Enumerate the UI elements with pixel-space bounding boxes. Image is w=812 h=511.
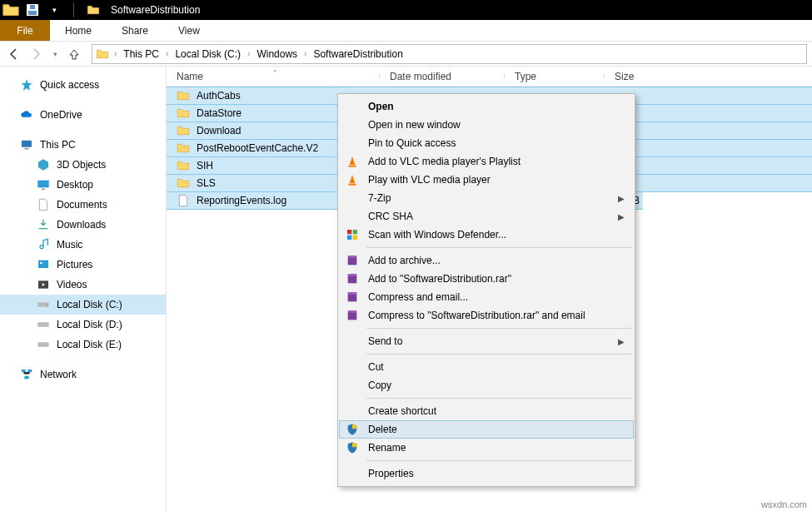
drive-icon — [37, 298, 50, 311]
star-icon — [20, 78, 33, 92]
download-icon — [37, 218, 50, 231]
svg-rect-30 — [348, 310, 357, 313]
svg-rect-1 — [28, 11, 37, 15]
sidebar-pictures[interactable]: Pictures — [0, 255, 166, 275]
sidebar-label: Music — [57, 239, 82, 251]
folder-icon — [177, 159, 190, 172]
ctx-open[interactable]: Open — [340, 97, 633, 116]
svg-rect-19 — [347, 230, 351, 234]
folder-icon — [177, 89, 190, 102]
sidebar-label: Documents — [57, 199, 107, 211]
ctx-create-shortcut[interactable]: Create shortcut — [340, 402, 633, 420]
folder-icon — [177, 176, 190, 190]
ctx-send-to[interactable]: Send to▶ — [340, 332, 633, 350]
ctx-pin-quick-access[interactable]: Pin to Quick access — [340, 134, 633, 152]
sidebar-3d-objects[interactable]: 3D Objects — [0, 155, 166, 175]
column-date[interactable]: Date modified — [380, 71, 505, 82]
svg-rect-18 — [348, 184, 356, 186]
ctx-copy[interactable]: Copy — [340, 376, 633, 394]
svg-rect-4 — [24, 148, 28, 149]
file-tab[interactable]: File — [0, 20, 50, 41]
sidebar-local-disk-e[interactable]: Local Disk (E:) — [0, 335, 166, 355]
svg-point-8 — [40, 262, 42, 265]
winrar-icon — [345, 271, 360, 286]
dropdown-icon[interactable]: ▾ — [43, 0, 65, 20]
network-icon — [20, 368, 33, 381]
view-tab[interactable]: View — [163, 20, 215, 41]
ctx-compress-email[interactable]: Compress and email... — [340, 288, 633, 306]
ctx-properties[interactable]: Properties — [340, 464, 633, 483]
ctx-separator — [366, 247, 632, 248]
file-name: Download — [197, 125, 241, 136]
file-name: DataStore — [197, 107, 242, 119]
sidebar-documents[interactable]: Documents — [0, 195, 166, 215]
window-title: SoftwareDistribution — [111, 4, 200, 16]
breadcrumb-windows[interactable]: Windows — [255, 48, 299, 60]
svg-rect-24 — [348, 256, 357, 258]
sidebar-label: Desktop — [57, 179, 93, 191]
ctx-delete[interactable]: Delete — [339, 420, 634, 439]
sidebar-label: Pictures — [57, 259, 92, 270]
chevron-right-icon: ▶ — [618, 212, 625, 221]
sidebar-videos[interactable]: Videos — [0, 275, 166, 295]
uac-shield-icon — [345, 422, 360, 437]
file-name: PostRebootEventCache.V2 — [197, 142, 318, 154]
sidebar-network[interactable]: Network — [0, 365, 166, 384]
save-icon[interactable] — [22, 0, 43, 20]
sidebar-local-disk-d[interactable]: Local Disk (D:) — [0, 315, 166, 335]
svg-rect-21 — [347, 236, 351, 240]
sidebar-local-disk-c[interactable]: Local Disk (C:) — [0, 295, 166, 315]
ctx-cut[interactable]: Cut — [340, 358, 633, 376]
column-size[interactable]: Size — [605, 71, 671, 82]
sidebar-quick-access[interactable]: Quick access — [0, 75, 166, 95]
up-button[interactable] — [65, 45, 83, 63]
svg-rect-20 — [353, 230, 357, 234]
ctx-separator — [366, 328, 632, 329]
breadcrumb-drive[interactable]: Local Disk (C:) — [173, 48, 242, 60]
column-name[interactable]: Name˄ — [167, 71, 380, 82]
sidebar-label: OneDrive — [40, 109, 82, 121]
back-button[interactable] — [5, 45, 23, 63]
history-dropdown[interactable]: ▾ — [48, 50, 62, 58]
ctx-open-new-window[interactable]: Open in new window — [340, 116, 633, 134]
breadcrumb-current[interactable]: SoftwareDistribution — [311, 48, 404, 60]
forward-button[interactable] — [27, 45, 45, 63]
sidebar-music[interactable]: Music — [0, 235, 166, 255]
chevron-right-icon: ▶ — [618, 337, 625, 346]
ctx-compress-named-email[interactable]: Compress to "SoftwareDistribution.rar" a… — [340, 306, 633, 325]
address-bar[interactable]: › This PC › Local Disk (C:) › Windows › … — [92, 44, 807, 64]
ctx-crc-sha[interactable]: CRC SHA▶ — [340, 207, 633, 226]
pc-icon — [20, 138, 33, 151]
sidebar-label: 3D Objects — [57, 159, 106, 171]
ctx-7zip[interactable]: 7-Zip▶ — [340, 189, 633, 207]
ctx-defender[interactable]: Scan with Windows Defender... — [340, 226, 633, 244]
winrar-icon — [345, 308, 360, 323]
sidebar-onedrive[interactable]: OneDrive — [0, 105, 166, 125]
svg-rect-23 — [348, 257, 357, 265]
sidebar-downloads[interactable]: Downloads — [0, 215, 166, 235]
sidebar-desktop[interactable]: Desktop — [0, 175, 166, 195]
svg-rect-5 — [37, 181, 48, 188]
svg-rect-28 — [348, 292, 357, 295]
file-icon — [177, 194, 190, 207]
ctx-rename[interactable]: Rename — [340, 439, 633, 457]
ctx-vlc-play[interactable]: Play with VLC media player — [340, 171, 633, 189]
svg-rect-7 — [38, 260, 48, 268]
column-type[interactable]: Type — [505, 71, 605, 82]
sidebar-label: Local Disk (E:) — [57, 339, 122, 350]
sidebar-label: Quick access — [40, 79, 99, 91]
ctx-add-named-rar[interactable]: Add to "SoftwareDistribution.rar" — [340, 270, 633, 288]
winrar-icon — [345, 290, 360, 305]
titlebar-folder-icon — [82, 0, 104, 20]
ctx-vlc-add[interactable]: Add to VLC media player's Playlist — [340, 152, 633, 171]
svg-rect-25 — [348, 275, 357, 283]
svg-rect-27 — [348, 294, 357, 301]
sidebar-this-pc[interactable]: This PC — [0, 135, 166, 155]
chevron-right-icon: › — [247, 49, 250, 58]
home-tab[interactable]: Home — [50, 20, 107, 41]
ctx-add-archive[interactable]: Add to archive... — [340, 251, 633, 270]
share-tab[interactable]: Share — [107, 20, 163, 41]
svg-rect-2 — [30, 5, 35, 9]
breadcrumb-thispc[interactable]: This PC — [122, 48, 161, 60]
video-icon — [37, 278, 50, 291]
